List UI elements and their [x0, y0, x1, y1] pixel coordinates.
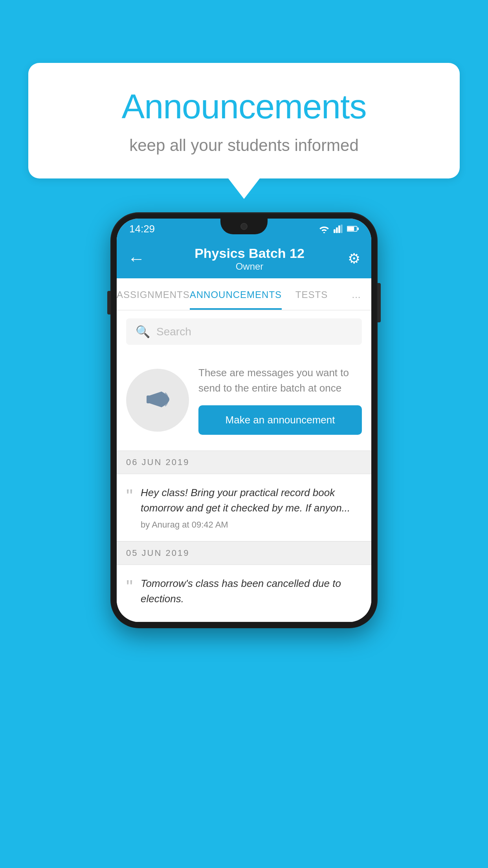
svg-rect-2	[338, 226, 340, 233]
battery-icon	[347, 224, 359, 233]
app-bar-subtitle: Owner	[151, 261, 348, 272]
svg-rect-3	[341, 224, 343, 233]
signal-icon	[334, 224, 343, 233]
promo-description: These are messages you want to send to t…	[198, 365, 362, 396]
tab-assignments[interactable]: ASSIGNMENTS	[117, 278, 190, 310]
app-bar: ← Physics Batch 12 Owner ⚙	[117, 239, 371, 278]
app-bar-title: Physics Batch 12	[151, 246, 348, 261]
speech-bubble-section: Announcements keep all your students inf…	[28, 63, 460, 199]
search-placeholder: Search	[156, 326, 191, 338]
quote-icon-2: "	[126, 577, 133, 596]
status-icons	[319, 224, 359, 233]
message-content-1: Hey class! Bring your practical record b…	[141, 485, 362, 530]
svg-rect-5	[347, 227, 354, 231]
message-text-1: Hey class! Bring your practical record b…	[141, 485, 362, 516]
date-separator-2: 05 JUN 2019	[117, 541, 371, 565]
message-item-2[interactable]: " Tomorrow's class has been cancelled du…	[117, 565, 371, 622]
speech-bubble-title: Announcements	[60, 86, 428, 127]
svg-rect-6	[358, 228, 359, 230]
message-content-2: Tomorrow's class has been cancelled due …	[141, 576, 362, 611]
settings-button[interactable]: ⚙	[348, 250, 360, 267]
message-meta-1: by Anurag at 09:42 AM	[141, 520, 362, 530]
speech-bubble-subtitle: keep all your students informed	[60, 136, 428, 155]
search-bar[interactable]: 🔍 Search	[126, 318, 362, 345]
message-item-1[interactable]: " Hey class! Bring your practical record…	[117, 474, 371, 541]
speech-bubble-card: Announcements keep all your students inf…	[28, 63, 460, 178]
make-announcement-button[interactable]: Make an announcement	[198, 405, 362, 435]
phone-mockup: 14:29	[110, 212, 378, 628]
svg-rect-0	[334, 229, 336, 233]
promo-section: These are messages you want to send to t…	[117, 353, 371, 451]
message-text-2: Tomorrow's class has been cancelled due …	[141, 576, 362, 607]
tabs-bar: ASSIGNMENTS ANNOUNCEMENTS TESTS ...	[117, 278, 371, 311]
back-button[interactable]: ←	[128, 249, 145, 268]
phone-screen: 14:29	[117, 219, 371, 622]
svg-rect-8	[147, 395, 150, 403]
camera	[240, 223, 248, 230]
promo-right: These are messages you want to send to t…	[198, 365, 362, 435]
wifi-icon	[319, 224, 330, 233]
status-bar: 14:29	[117, 219, 371, 239]
app-bar-title-group: Physics Batch 12 Owner	[151, 246, 348, 272]
tab-tests[interactable]: TESTS	[282, 278, 341, 310]
status-time: 14:29	[129, 223, 155, 235]
phone-outer: 14:29	[110, 212, 378, 628]
megaphone-icon	[142, 384, 173, 416]
tab-more[interactable]: ...	[341, 278, 371, 310]
search-container: 🔍 Search	[117, 311, 371, 353]
notch	[220, 219, 268, 234]
speech-bubble-arrow	[228, 178, 260, 199]
quote-icon-1: "	[126, 487, 133, 506]
promo-icon-circle	[126, 369, 189, 432]
date-separator-1: 06 JUN 2019	[117, 451, 371, 474]
tab-announcements[interactable]: ANNOUNCEMENTS	[190, 278, 282, 310]
svg-marker-7	[150, 392, 161, 407]
search-icon: 🔍	[136, 325, 150, 338]
svg-rect-1	[336, 227, 338, 233]
